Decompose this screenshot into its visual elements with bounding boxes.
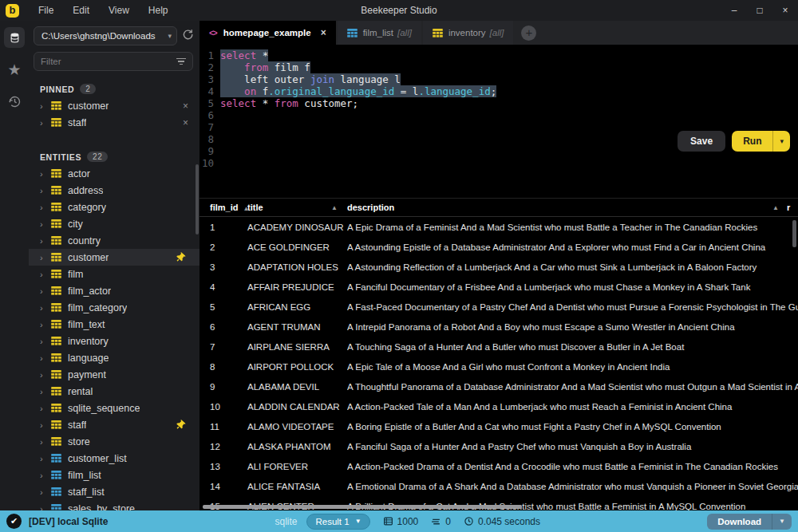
- entity-item-film_text[interactable]: › film_text: [29, 316, 200, 333]
- result-selector[interactable]: Result 1 ▼: [306, 514, 369, 530]
- entity-item-staff_list[interactable]: › staff_list: [29, 483, 200, 500]
- sidebar-scrollbar[interactable]: [196, 164, 199, 234]
- chevron-right-icon[interactable]: ›: [40, 270, 51, 279]
- chevron-right-icon[interactable]: ›: [40, 437, 51, 447]
- entity-item-city[interactable]: › city: [29, 215, 200, 232]
- column-header-description[interactable]: description▲: [347, 203, 787, 212]
- table-row[interactable]: 12ALASKA PHANTOMA Fanciful Saga of a Hun…: [200, 436, 798, 456]
- editor-line-10[interactable]: 10: [200, 157, 798, 169]
- cell-title[interactable]: ACADEMY DINOSAUR: [247, 223, 347, 232]
- cell-description[interactable]: A Touching Saga of a Hunter And a Butler…: [347, 342, 798, 352]
- pinned-item-customer[interactable]: › customer×: [29, 97, 200, 114]
- cell-film-id[interactable]: 9: [200, 382, 247, 392]
- cell-film-id[interactable]: 11: [200, 422, 247, 432]
- chevron-right-icon[interactable]: ›: [40, 454, 51, 463]
- table-row[interactable]: 2ACE GOLDFINGERA Astounding Epistle of a…: [200, 237, 798, 257]
- table-row[interactable]: 14ALICE FANTASIAA Emotional Drama of a A…: [200, 476, 798, 496]
- chevron-right-icon[interactable]: ›: [40, 370, 51, 380]
- cell-description[interactable]: A Boring Epistle of a Butler And a Cat w…: [347, 422, 798, 432]
- entity-item-store[interactable]: › store: [29, 433, 200, 450]
- entity-item-category[interactable]: › category: [29, 199, 200, 215]
- run-button[interactable]: Run ▾: [732, 131, 790, 152]
- entity-item-address[interactable]: › address: [29, 182, 200, 199]
- refresh-button[interactable]: [182, 29, 193, 43]
- cell-film-id[interactable]: 4: [200, 282, 247, 292]
- chevron-right-icon[interactable]: ›: [40, 253, 51, 262]
- pinned-section-header[interactable]: PINNED 2: [40, 84, 200, 94]
- sql-editor[interactable]: 1select *2 from film f3 left outer join …: [200, 45, 798, 198]
- chevron-right-icon[interactable]: ›: [40, 504, 51, 511]
- entity-item-film_category[interactable]: › film_category: [29, 299, 200, 316]
- table-row[interactable]: 7AIRPLANE SIERRAA Touching Saga of a Hun…: [200, 337, 798, 357]
- entity-item-country[interactable]: › country: [29, 232, 200, 249]
- chevron-right-icon[interactable]: ›: [40, 203, 51, 212]
- cell-description[interactable]: A Fast-Paced Documentary of a Pastry Che…: [347, 302, 798, 312]
- table-row[interactable]: 10ALADDIN CALENDARA Action-Packed Tale o…: [200, 396, 798, 416]
- entity-item-film_actor[interactable]: › film_actor: [29, 282, 200, 299]
- cell-description[interactable]: A Emotional Drama of a A Shark And a Dat…: [347, 482, 798, 491]
- cell-film-id[interactable]: 14: [200, 482, 247, 491]
- table-row[interactable]: 3ADAPTATION HOLESA Astounding Reflection…: [200, 257, 798, 277]
- column-header-film-id[interactable]: film_id▲: [200, 203, 247, 212]
- chevron-right-icon[interactable]: ›: [40, 387, 51, 396]
- cell-title[interactable]: AIRPORT POLLOCK: [247, 362, 347, 372]
- cell-film-id[interactable]: 2: [200, 242, 247, 252]
- chevron-right-icon[interactable]: ›: [40, 320, 51, 329]
- table-row[interactable]: 5AFRICAN EGGA Fast-Paced Documentary of …: [200, 297, 798, 317]
- entity-item-inventory[interactable]: › inventory: [29, 333, 200, 349]
- editor-line-6[interactable]: 6: [200, 109, 798, 121]
- cell-description[interactable]: A Astounding Epistle of a Database Admin…: [347, 242, 798, 252]
- menu-file[interactable]: File: [29, 0, 63, 21]
- cell-title[interactable]: ALICE FANTASIA: [247, 482, 347, 491]
- cell-description[interactable]: A Intrepid Panorama of a Robot And a Boy…: [347, 322, 798, 332]
- cell-title[interactable]: ALI FOREVER: [247, 462, 347, 471]
- chevron-right-icon[interactable]: ›: [40, 303, 51, 313]
- tab-close-icon[interactable]: ×: [321, 27, 326, 38]
- entity-item-film[interactable]: › film: [29, 266, 200, 282]
- entity-item-customer_list[interactable]: › customer_list: [29, 450, 200, 467]
- cell-film-id[interactable]: 1: [200, 223, 247, 232]
- cell-description[interactable]: A Action-Packed Drama of a Dentist And a…: [347, 462, 798, 471]
- cell-title[interactable]: AGENT TRUMAN: [247, 322, 347, 332]
- menu-edit[interactable]: Edit: [63, 0, 99, 21]
- column-header-title[interactable]: title▲: [247, 203, 347, 212]
- table-row[interactable]: 1ACADEMY DINOSAURA Epic Drama of a Femin…: [200, 217, 798, 237]
- column-header-partial[interactable]: r: [787, 203, 798, 212]
- sort-asc-icon[interactable]: ▲: [772, 204, 779, 211]
- cell-film-id[interactable]: 8: [200, 362, 247, 372]
- database-panel-button[interactable]: [4, 27, 25, 48]
- chevron-right-icon[interactable]: ›: [40, 236, 51, 246]
- chevron-right-icon[interactable]: ›: [40, 337, 51, 346]
- sort-asc-icon[interactable]: ▲: [331, 204, 338, 211]
- table-row[interactable]: 13ALI FOREVERA Action-Packed Drama of a …: [200, 456, 798, 476]
- table-row[interactable]: 8AIRPORT POLLOCKA Epic Tale of a Moose A…: [200, 357, 798, 376]
- cell-title[interactable]: AFFAIR PREJUDICE: [247, 282, 347, 292]
- unpin-icon[interactable]: ×: [183, 100, 188, 112]
- cell-title[interactable]: AIRPLANE SIERRA: [247, 342, 347, 352]
- run-options-caret[interactable]: ▾: [772, 131, 790, 152]
- cell-film-id[interactable]: 10: [200, 402, 247, 412]
- cell-title[interactable]: ACE GOLDFINGER: [247, 242, 347, 252]
- entity-item-sqlite_sequence[interactable]: › sqlite_sequence: [29, 400, 200, 416]
- entity-item-actor[interactable]: › actor: [29, 165, 200, 182]
- favorites-panel-button[interactable]: ★: [4, 59, 25, 80]
- entity-item-rental[interactable]: › rental: [29, 383, 200, 400]
- chevron-right-icon[interactable]: ›: [40, 353, 51, 363]
- pinned-item-staff[interactable]: › staff×: [29, 114, 200, 131]
- chevron-right-icon[interactable]: ›: [40, 186, 51, 195]
- chevron-right-icon[interactable]: ›: [40, 404, 51, 413]
- cell-description[interactable]: A Action-Packed Tale of a Man And a Lumb…: [347, 402, 798, 412]
- chevron-right-icon[interactable]: ›: [40, 219, 51, 229]
- close-button[interactable]: ×: [772, 0, 798, 21]
- cell-title[interactable]: ALAMO VIDEOTAPE: [247, 422, 347, 432]
- cell-film-id[interactable]: 12: [200, 442, 247, 451]
- entity-item-payment[interactable]: › payment: [29, 366, 200, 383]
- chevron-right-icon[interactable]: ›: [40, 286, 51, 296]
- chevron-right-icon[interactable]: ›: [40, 101, 51, 111]
- cell-film-id[interactable]: 5: [200, 302, 247, 312]
- results-vertical-scrollbar[interactable]: [792, 220, 796, 247]
- entity-item-film_list[interactable]: › film_list: [29, 467, 200, 483]
- chevron-right-icon[interactable]: ›: [40, 487, 51, 497]
- cell-title[interactable]: ALABAMA DEVIL: [247, 382, 347, 392]
- history-panel-button[interactable]: [4, 91, 25, 112]
